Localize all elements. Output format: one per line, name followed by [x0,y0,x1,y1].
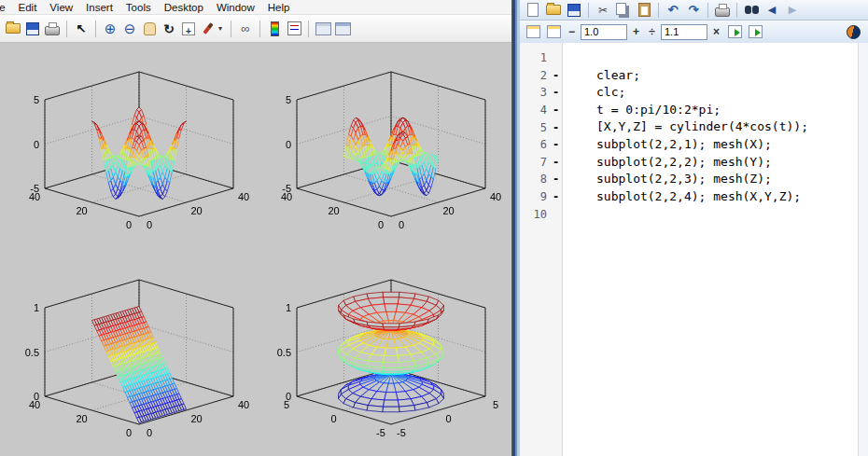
code-area[interactable]: clear;clc;t = 0:pi/10:2*pi;[X,Y,Z] = cyl… [563,43,858,456]
gutter-line[interactable]: 3- [520,84,562,102]
redo-icon[interactable] [684,2,703,19]
gutter-line[interactable]: 4- [520,102,562,119]
code-line[interactable]: clc; [563,84,858,102]
code-line[interactable] [563,205,858,223]
screen: File Edit View Insert Tools Desktop Wind… [0,0,868,456]
print-icon[interactable] [43,20,62,38]
insert-cell-icon[interactable] [524,23,542,40]
subplot-1-mesh-x[interactable] [21,47,257,242]
code-line[interactable]: subplot(2,2,4); mesh(X,Y,Z); [563,188,858,206]
menu-help[interactable]: Help [261,2,297,13]
code-line[interactable]: subplot(2,2,2); mesh(Y); [563,154,858,172]
show-plot-tools-icon[interactable] [333,20,352,38]
line-number: 2 [520,69,550,82]
menu-tools[interactable]: Tools [119,2,158,13]
executable-line-marker[interactable]: - [550,86,562,99]
gutter-line[interactable]: 7- [520,154,562,172]
back-icon[interactable] [763,2,781,19]
multiply-value-button[interactable]: × [709,25,723,38]
executable-line-marker[interactable]: - [550,156,562,169]
menu-desktop[interactable]: Desktop [158,2,210,13]
executable-line-marker[interactable]: - [550,121,562,134]
line-number: 9 [520,190,550,203]
new-file-icon[interactable] [524,2,542,19]
menu-file[interactable]: File [0,2,12,13]
link-plot-icon[interactable] [236,20,255,38]
find-icon[interactable] [742,2,761,19]
open-icon[interactable] [544,2,563,19]
save-icon[interactable] [23,20,42,38]
code-line[interactable] [563,49,858,67]
gutter-line[interactable]: 8- [520,171,562,188]
divide-value-button[interactable]: ÷ [645,25,659,38]
insert-cell-divider-icon[interactable] [544,23,563,40]
figure-menubar: File Edit View Insert Tools Desktop Wind… [0,0,511,15]
menu-view[interactable]: View [43,2,79,13]
line-number: 4 [520,104,550,117]
code-line[interactable]: t = 0:pi/10:2*pi; [563,102,858,119]
matlab-figure-window: File Edit View Insert Tools Desktop Wind… [0,0,511,456]
evaluate-cell-icon[interactable] [725,23,744,40]
editor-window-left-border[interactable] [511,0,520,456]
line-number-gutter: 12-3-4-5-6-7-8-9-10 [520,43,563,456]
edit-plot-cursor-icon[interactable] [72,20,91,38]
brush-dropdown-icon[interactable]: ▾ [218,24,226,33]
line-number: 8 [520,173,550,186]
open-icon[interactable] [4,20,22,38]
paste-icon[interactable] [635,2,653,19]
insert-colorbar-icon[interactable] [265,20,284,38]
subplot-2-mesh-y[interactable] [273,47,509,242]
executable-line-marker[interactable]: - [550,173,562,186]
subtract-value-input[interactable] [581,24,627,40]
evaluate-cell-advance-icon[interactable] [746,23,764,40]
gutter-line[interactable]: 6- [520,136,562,154]
editor-toolbar-main [520,0,868,21]
pan-icon[interactable] [140,20,159,38]
insert-legend-icon[interactable] [285,20,303,38]
menu-insert[interactable]: Insert [79,2,119,13]
subplot-3-mesh-z[interactable] [21,255,257,450]
cut-icon[interactable] [594,2,612,19]
code-line[interactable]: [X,Y,Z] = cylinder(4*cos(t)); [563,118,858,136]
gutter-line[interactable]: 1 [520,49,562,67]
gutter-line[interactable]: 9- [520,188,562,206]
code-line[interactable]: subplot(2,2,1); mesh(X); [563,136,858,154]
toolbar-separator [66,21,67,37]
menu-window[interactable]: Window [210,2,261,13]
data-cursor-icon[interactable] [179,20,198,38]
floppy-icon [26,22,39,35]
decrement-value-button[interactable]: − [565,25,579,38]
subplot-4-mesh-xyz[interactable] [273,255,509,450]
save-icon[interactable] [565,2,583,19]
rotate-3d-icon[interactable] [160,20,178,38]
folder-icon [6,23,21,34]
zoom-out-icon[interactable] [120,20,139,38]
hide-plot-tools-icon[interactable] [314,20,332,38]
toolbar-separator [95,21,96,37]
gutter-line[interactable]: 2- [520,67,562,85]
executable-line-marker[interactable]: - [550,138,562,151]
zoom-in-icon[interactable] [101,20,119,38]
copy-icon[interactable] [614,2,633,19]
multiply-value-input[interactable] [661,24,707,40]
code-analyzer-indicator-icon[interactable] [847,25,861,39]
code-line[interactable]: clear; [563,67,858,85]
toolbar-separator [658,3,659,18]
print-icon[interactable] [713,2,732,19]
gutter-line[interactable]: 5- [520,118,562,136]
line-number: 3 [520,86,550,99]
brush-icon[interactable] [199,20,217,38]
editor-vertical-scrollbar[interactable] [858,43,868,456]
matlab-editor-window: − + ÷ × 12-3-4-5-6-7-8-9-10 clear;clc;t … [520,0,868,456]
forward-icon[interactable] [783,2,802,19]
toolbar-separator [707,3,708,18]
increment-value-button[interactable]: + [629,25,643,38]
executable-line-marker[interactable]: - [550,69,562,82]
executable-line-marker[interactable]: - [550,104,562,117]
line-number: 6 [520,138,550,151]
menu-edit[interactable]: Edit [12,2,44,13]
undo-icon[interactable] [664,2,682,19]
gutter-line[interactable]: 10 [520,205,562,223]
code-line[interactable]: subplot(2,2,3); mesh(Z); [563,171,858,188]
executable-line-marker[interactable]: - [550,190,562,203]
